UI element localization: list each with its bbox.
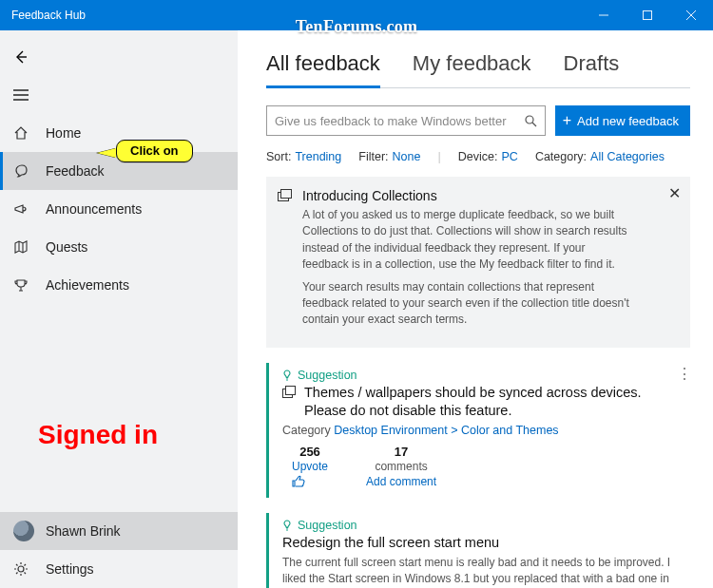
sidebar-item-label: Home <box>46 125 81 141</box>
device-filter[interactable]: Device:PC <box>458 150 518 163</box>
search-input[interactable] <box>275 114 525 128</box>
lightbulb-icon <box>282 520 292 531</box>
main-content: All feedback My feedback Drafts + Add ne… <box>238 30 713 588</box>
lightbulb-icon <box>282 370 292 381</box>
tab-drafts[interactable]: Drafts <box>564 51 620 87</box>
sidebar-item-settings[interactable]: Settings <box>0 550 238 588</box>
sidebar: Home Feedback Announcements Quests Achie… <box>0 30 238 588</box>
feedback-icon <box>13 163 32 179</box>
title-bar: Feedback Hub <box>0 0 713 30</box>
annotation-callout: Click on <box>116 140 193 162</box>
annotation-label: Click on <box>116 140 193 162</box>
minimize-button[interactable] <box>582 0 626 30</box>
sidebar-item-achievements[interactable]: Achievements <box>0 266 238 304</box>
filter-separator: | <box>437 149 440 163</box>
feedback-category: Category Desktop Environment > Color and… <box>282 424 683 437</box>
category-link[interactable]: Color and Themes <box>461 424 559 437</box>
maximize-button[interactable] <box>626 0 669 30</box>
svg-rect-1 <box>644 11 652 20</box>
info-body-2: Your search results may contain collecti… <box>302 279 633 329</box>
sidebar-item-label: Quests <box>46 239 87 255</box>
close-button[interactable] <box>669 0 713 30</box>
hamburger-button[interactable] <box>0 76 238 114</box>
megaphone-icon <box>13 201 32 217</box>
sidebar-item-label: Announcements <box>46 201 142 217</box>
feedback-item[interactable]: Suggestion Redesign the full screen star… <box>266 513 690 588</box>
filter-bar: Sort:Trending Filter:None | Device:PC Ca… <box>266 149 690 163</box>
upvote-control[interactable]: 256 Upvote <box>292 445 328 488</box>
feedback-item[interactable]: ⋮ Suggestion Themes / wallpapers should … <box>266 363 690 498</box>
map-icon <box>13 239 32 255</box>
svg-rect-14 <box>286 386 296 394</box>
feedback-title: Redesign the full screen start menu <box>282 534 683 553</box>
app-title: Feedback Hub <box>0 9 86 22</box>
back-arrow-icon <box>13 49 32 65</box>
user-name: Shawn Brink <box>46 523 121 539</box>
trophy-icon <box>13 277 32 293</box>
sidebar-item-label: Feedback <box>46 163 104 179</box>
feedback-tag: Suggestion <box>282 519 683 532</box>
feedback-tabs: All feedback My feedback Drafts <box>266 51 690 88</box>
category-link[interactable]: Desktop Environment <box>334 424 448 437</box>
info-body-1: A lot of you asked us to merge duplicate… <box>302 207 633 274</box>
collections-info: ✕ Introducing Collections A lot of you a… <box>266 177 690 348</box>
back-button[interactable] <box>0 38 238 76</box>
info-title: Introducing Collections <box>302 188 633 203</box>
search-icon[interactable] <box>525 115 537 127</box>
collection-icon <box>282 386 297 421</box>
svg-rect-12 <box>281 190 292 199</box>
window-controls <box>582 0 713 30</box>
collection-icon <box>278 188 293 201</box>
add-feedback-label: Add new feedback <box>577 114 679 128</box>
sidebar-item-quests[interactable]: Quests <box>0 228 238 266</box>
filter-filter[interactable]: Filter:None <box>358 150 420 163</box>
sidebar-user[interactable]: Shawn Brink <box>0 512 238 550</box>
hamburger-icon <box>13 88 32 102</box>
annotation-signed-in: Signed in <box>38 420 158 450</box>
thumbs-up-icon <box>292 475 328 487</box>
add-feedback-button[interactable]: + Add new feedback <box>555 105 690 136</box>
sidebar-item-label: Achievements <box>46 277 129 293</box>
avatar-icon <box>13 521 34 541</box>
sidebar-item-announcements[interactable]: Announcements <box>0 190 238 228</box>
search-box[interactable] <box>266 105 546 136</box>
add-comment-link[interactable]: Add comment <box>366 475 436 488</box>
svg-point-9 <box>526 116 533 123</box>
feedback-tag: Suggestion <box>282 369 683 382</box>
feedback-body: The current full screen start menu is re… <box>282 555 683 588</box>
home-icon <box>13 125 32 141</box>
svg-point-8 <box>18 566 24 572</box>
feedback-title: Themes / wallpapers should be synced acr… <box>282 384 683 421</box>
plus-icon: + <box>563 113 571 128</box>
more-icon[interactable]: ⋮ <box>677 365 692 383</box>
category-filter[interactable]: Category:All Categories <box>535 150 665 163</box>
gear-icon <box>13 561 32 577</box>
svg-line-10 <box>532 123 536 126</box>
sort-filter[interactable]: Sort:Trending <box>266 150 341 163</box>
tab-my-feedback[interactable]: My feedback <box>413 51 531 87</box>
tab-all-feedback[interactable]: All feedback <box>266 51 380 88</box>
sidebar-item-label: Settings <box>46 561 94 577</box>
comments-control[interactable]: 17 comments Add comment <box>366 445 436 488</box>
close-icon[interactable]: ✕ <box>668 184 681 202</box>
